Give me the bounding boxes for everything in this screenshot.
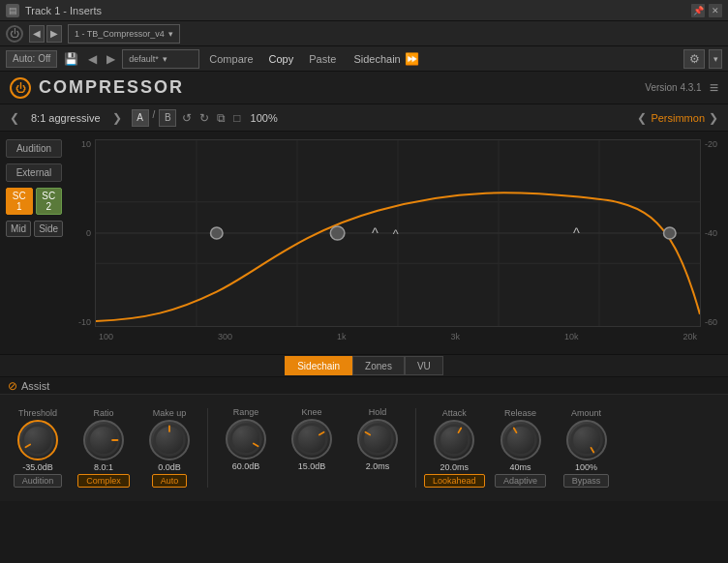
sidechain-label: Sidechain <box>353 53 400 65</box>
toolbar-row: Auto: Off 💾 ◀ ▶ default* ▾ Compare Copy … <box>0 46 728 72</box>
svg-text:^: ^ <box>573 225 580 241</box>
x-axis-labels: 100 300 1k 3k 10k 20k <box>95 327 701 346</box>
knob-group-hold: Hold2.0ms <box>348 407 408 489</box>
sidechain-tab[interactable]: Sidechain <box>285 356 352 375</box>
svg-text:^: ^ <box>372 225 379 241</box>
svg-line-15 <box>25 445 30 448</box>
device-power-button[interactable]: ⏻ <box>6 25 23 43</box>
preset-nav: ❮ 8:1 aggressive ❯ A / B ↺ ↻ ⧉ □ 100% ❮ … <box>0 104 728 132</box>
ab-a-button[interactable]: A <box>132 109 149 127</box>
title-bar: ▤ Track 1 - Inserts 📌 ✕ <box>0 0 728 21</box>
preset-selector[interactable]: default* ▾ <box>122 49 199 69</box>
knob-label-0: Threshold <box>18 408 57 418</box>
plugin-version: Version 4.3.1 <box>645 82 701 93</box>
knob-group-attack: Attack20.0msLookahead <box>424 408 485 488</box>
knob-sub-btn-1[interactable]: Complex <box>77 474 130 488</box>
knob-4[interactable] <box>291 419 332 459</box>
knob-3[interactable] <box>226 419 266 459</box>
mid-button[interactable]: Mid <box>6 221 31 237</box>
sc-row: SC 1 SC 2 <box>6 188 62 215</box>
copy-icon-button[interactable]: ⧉ <box>215 109 228 127</box>
reset-button[interactable]: ↺ <box>180 109 194 127</box>
knob-sub-btn-8[interactable]: Bypass <box>563 474 610 488</box>
knob-label-3: Range <box>233 407 259 417</box>
graph-canvas[interactable]: ^ ^ ^ <box>95 139 701 327</box>
zones-tab[interactable]: Zones <box>352 356 405 375</box>
knob-value-6: 20.0ms <box>440 462 470 472</box>
audition-button[interactable]: Audition <box>6 139 62 158</box>
preset-nav-prev[interactable]: ❮ <box>8 111 21 125</box>
auto-button[interactable]: Auto: Off <box>6 50 57 68</box>
preset-nav-next[interactable]: ❯ <box>110 111 124 125</box>
prev-preset-button[interactable]: ◀ <box>85 51 100 67</box>
assist-icon: ⊘ <box>8 379 17 393</box>
knob-sub-btn-6[interactable]: Lookahead <box>424 474 485 488</box>
graph-area: 10 0 -10 -20 -40 -60 <box>68 132 728 354</box>
device-name-selector[interactable]: 1 - TB_Compressor_v4 ▾ <box>68 24 180 44</box>
device-name-text: 1 - TB_Compressor_v4 <box>75 29 165 39</box>
svg-point-9 <box>330 226 345 240</box>
knob-sub-btn-7[interactable]: Adaptive <box>495 474 546 488</box>
knob-divider <box>207 408 208 488</box>
zoom-display: 100% <box>247 112 282 124</box>
plugin-title: COMPRESSOR <box>39 77 645 98</box>
next-preset-button[interactable]: ▶ <box>104 51 118 67</box>
app-icon: ▤ <box>6 4 19 17</box>
knob-sub-btn-2[interactable]: Auto <box>152 474 188 488</box>
svg-point-22 <box>297 425 327 455</box>
knob-group-release: Release40msAdaptive <box>491 408 551 488</box>
copy-button[interactable]: Copy <box>263 49 300 69</box>
knob-8[interactable] <box>566 420 607 460</box>
save-icon[interactable]: 💾 <box>61 51 81 67</box>
side-button[interactable]: Side <box>34 221 63 237</box>
knob-group-threshold: Threshold-35.0dBAudition <box>8 408 68 488</box>
knob-label-2: Make up <box>153 408 187 418</box>
link-icon-button[interactable]: □ <box>231 109 242 127</box>
ab-buttons: A / B <box>132 109 177 127</box>
knob-group-range: Range60.0dB <box>216 407 276 489</box>
knob-group-knee: Knee15.0dB <box>282 407 342 489</box>
vu-tab[interactable]: VU <box>405 356 443 375</box>
device-prev-button[interactable]: ◀ <box>29 25 45 43</box>
knob-5[interactable] <box>357 419 398 459</box>
sc2-button[interactable]: SC 2 <box>36 188 63 215</box>
skin-next-button[interactable]: ❯ <box>707 111 720 125</box>
knob-6[interactable] <box>434 420 474 460</box>
sc1-button[interactable]: SC 1 <box>6 188 33 215</box>
window-title: Track 1 - Inserts <box>25 5 102 16</box>
svg-point-20 <box>231 425 261 455</box>
skin-name: Persimmon <box>651 112 705 124</box>
skin-prev-button[interactable]: ❮ <box>635 111 649 125</box>
gear-button[interactable]: ⚙ <box>683 49 705 69</box>
svg-line-29 <box>513 428 516 432</box>
knob-7[interactable] <box>500 420 541 460</box>
knob-value-0: -35.0dB <box>22 462 53 472</box>
compare-icon-button[interactable]: ↻ <box>197 109 211 127</box>
knob-0[interactable] <box>17 420 58 460</box>
svg-point-24 <box>363 425 393 455</box>
pin-button[interactable]: 📌 <box>691 4 705 17</box>
knob-1[interactable] <box>83 420 124 460</box>
compare-button[interactable]: Compare <box>203 49 258 69</box>
plugin-menu-button[interactable]: ≡ <box>710 79 718 97</box>
close-button[interactable]: ✕ <box>709 4 722 17</box>
svg-line-25 <box>365 432 370 435</box>
svg-line-31 <box>591 448 593 453</box>
device-next-button[interactable]: ▶ <box>46 25 62 43</box>
ab-b-button[interactable]: B <box>159 109 176 127</box>
knob-label-1: Ratio <box>93 408 113 418</box>
paste-button[interactable]: Paste <box>303 49 342 69</box>
knob-label-7: Release <box>504 408 536 418</box>
svg-text:^: ^ <box>393 227 399 241</box>
external-button[interactable]: External <box>6 163 62 182</box>
svg-point-13 <box>664 227 676 239</box>
bottom-tabs: Sidechain Zones VU <box>0 354 728 377</box>
knob-value-1: 8.0:1 <box>94 462 113 472</box>
plugin-header: ⏻ COMPRESSOR Version 4.3.1 ≡ <box>0 72 728 104</box>
toolbar-dropdown-arrow[interactable]: ▾ <box>709 49 722 69</box>
left-sidebar: Audition External SC 1 SC 2 Mid Side <box>0 132 68 354</box>
knob-sub-btn-0[interactable]: Audition <box>14 474 63 488</box>
sidechain-icon[interactable]: ⏩ <box>405 52 419 66</box>
plugin-power-button[interactable]: ⏻ <box>10 77 31 99</box>
knob-2[interactable] <box>149 420 190 460</box>
